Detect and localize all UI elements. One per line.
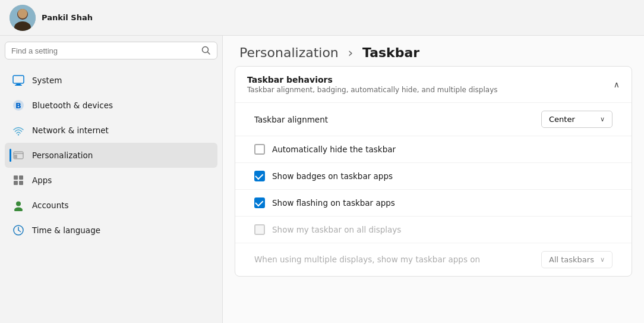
setting-label-autohide: Automatically hide the taskbar — [254, 144, 396, 155]
svg-point-3 — [18, 9, 27, 18]
sidebar-item-bluetooth[interactable]: B Bluetooth & devices — [5, 93, 217, 118]
setting-row-badges: Show badges on taskbar apps — [235, 163, 632, 190]
sidebar-item-personalization[interactable]: Personalization — [5, 143, 217, 168]
top-bar: Pankil Shah — [0, 0, 644, 36]
search-input[interactable] — [11, 46, 201, 55]
bluetooth-icon: B — [12, 99, 25, 112]
multishow-dropdown: All taskbars ∨ — [541, 251, 613, 268]
main-layout: System B Bluetooth & devices — [0, 36, 644, 323]
sidebar-item-apps-label: Apps — [32, 175, 52, 185]
setting-row-multishow: When using multiple displays, show my ta… — [235, 243, 632, 276]
setting-row-alldisplays: Show my taskbar on all displays — [235, 217, 632, 243]
setting-label-flashing: Show flashing on taskbar apps — [254, 197, 395, 208]
sidebar: System B Bluetooth & devices — [0, 36, 223, 323]
breadcrumb-parent: Personalization — [239, 45, 339, 60]
sidebar-item-accounts-label: Accounts — [32, 200, 69, 210]
card-header[interactable]: Taskbar behaviors Taskbar alignment, bad… — [235, 67, 632, 103]
time-icon — [12, 224, 25, 237]
sidebar-item-system-label: System — [32, 76, 62, 85]
setting-row-alignment: Taskbar alignment Center ∨ — [235, 103, 632, 136]
svg-rect-16 — [19, 175, 23, 180]
avatar — [10, 5, 36, 31]
svg-point-20 — [14, 208, 23, 212]
sidebar-item-accounts[interactable]: Accounts — [5, 193, 217, 218]
chevron-down-icon: ∨ — [600, 115, 605, 123]
sidebar-item-time-label: Time & language — [32, 225, 100, 235]
taskbar-behaviors-card: Taskbar behaviors Taskbar alignment, bad… — [235, 66, 632, 277]
sidebar-item-time[interactable]: Time & language — [5, 218, 217, 243]
card-header-info: Taskbar behaviors Taskbar alignment, bad… — [247, 75, 498, 94]
sidebar-item-personalization-label: Personalization — [32, 150, 93, 160]
svg-rect-17 — [14, 181, 18, 185]
svg-rect-15 — [14, 175, 18, 180]
collapse-icon[interactable]: ∧ — [614, 80, 620, 89]
svg-rect-6 — [13, 76, 24, 83]
alldisplays-checkbox — [254, 224, 265, 235]
username: Pankil Shah — [42, 13, 93, 22]
setting-label-multishow: When using multiple displays, show my ta… — [254, 254, 480, 265]
sidebar-item-apps[interactable]: Apps — [5, 168, 217, 193]
multishow-label: When using multiple displays, show my ta… — [254, 254, 480, 265]
flashing-checkbox[interactable] — [254, 197, 265, 208]
sidebar-item-system[interactable]: System — [5, 68, 217, 93]
breadcrumb-title: Personalization › Taskbar — [239, 45, 627, 60]
svg-rect-18 — [19, 181, 23, 185]
setting-row-autohide: Automatically hide the taskbar — [235, 136, 632, 163]
breadcrumb-current: Taskbar — [362, 45, 419, 60]
page-header: Personalization › Taskbar — [223, 36, 644, 66]
svg-rect-14 — [14, 155, 17, 158]
personalization-icon — [12, 149, 25, 162]
alignment-value: Center — [549, 115, 575, 124]
svg-line-5 — [208, 52, 210, 55]
setting-label-alignment: Taskbar alignment — [254, 115, 328, 124]
card-header-subtitle: Taskbar alignment, badging, automaticall… — [247, 86, 498, 94]
multishow-value: All taskbars — [549, 255, 594, 264]
autohide-checkbox[interactable] — [254, 144, 265, 155]
svg-point-11 — [18, 134, 19, 135]
system-icon — [12, 74, 25, 87]
sidebar-item-bluetooth-label: Bluetooth & devices — [32, 101, 113, 110]
search-box[interactable] — [5, 42, 217, 59]
svg-rect-8 — [15, 85, 22, 86]
setting-label-badges: Show badges on taskbar apps — [254, 171, 393, 181]
svg-line-23 — [18, 230, 21, 232]
setting-label-alldisplays: Show my taskbar on all displays — [254, 224, 401, 235]
accounts-icon — [12, 199, 25, 212]
network-icon — [12, 124, 25, 137]
active-indicator — [10, 149, 11, 162]
search-icon — [201, 46, 211, 55]
card-header-title: Taskbar behaviors — [247, 75, 498, 84]
alignment-dropdown[interactable]: Center ∨ — [541, 111, 613, 128]
apps-icon — [12, 174, 25, 187]
sidebar-item-network[interactable]: Network & internet — [5, 118, 217, 143]
breadcrumb-separator: › — [348, 45, 353, 60]
badges-checkbox[interactable] — [254, 171, 265, 181]
svg-text:B: B — [15, 101, 21, 110]
content-area: Personalization › Taskbar Taskbar behavi… — [223, 36, 644, 323]
svg-point-19 — [16, 202, 21, 206]
multishow-chevron-icon: ∨ — [600, 256, 605, 264]
sidebar-item-network-label: Network & internet — [32, 126, 109, 135]
setting-row-flashing: Show flashing on taskbar apps — [235, 190, 632, 217]
